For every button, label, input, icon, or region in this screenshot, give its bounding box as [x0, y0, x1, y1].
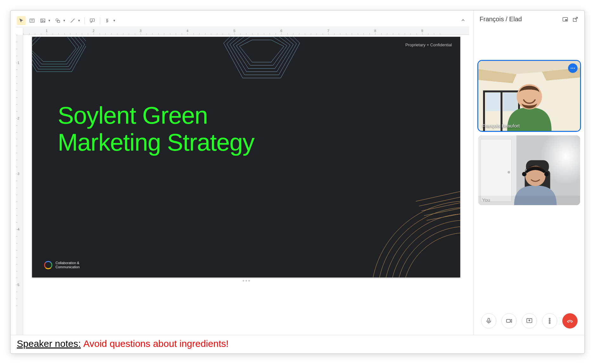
image-tool-button[interactable] [38, 16, 47, 25]
line-tool-button[interactable] [68, 16, 77, 25]
participant-name-1: You [482, 197, 490, 203]
editor-column: ▼ ▼ ▼ ▼ [10, 10, 474, 335]
speaker-notes-label: Speaker notes: [17, 338, 81, 349]
slide-area: Proprietary + Confidential [23, 35, 469, 335]
main-row: ▼ ▼ ▼ ▼ [10, 10, 585, 335]
motion-tool-caret[interactable]: ▼ [113, 19, 116, 22]
svg-point-2 [42, 20, 43, 20]
slide-logo: Collaboration & Communication [44, 261, 80, 269]
shape-tool-caret[interactable]: ▼ [63, 19, 66, 22]
svg-marker-7 [32, 37, 85, 69]
svg-point-40 [522, 172, 526, 176]
svg-marker-12 [227, 37, 297, 75]
camera-button[interactable] [501, 313, 517, 328]
svg-point-31 [574, 68, 575, 69]
svg-rect-43 [506, 319, 510, 322]
comment-tool-button[interactable] [88, 16, 97, 25]
svg-point-46 [549, 320, 550, 322]
svg-point-41 [544, 172, 549, 176]
meet-title: François / Elad [480, 16, 522, 23]
ruler-vertical: 12345 [16, 35, 23, 335]
more-options-button[interactable] [542, 313, 557, 328]
textbox-tool-button[interactable] [28, 16, 36, 25]
meet-header: François / Elad [474, 10, 585, 26]
slide-title-line2: Marketing Strategy [58, 129, 254, 156]
participant-tile-1[interactable]: You [478, 135, 580, 205]
notes-resize-handle[interactable] [239, 280, 253, 283]
mic-button[interactable] [481, 313, 496, 328]
confidential-label: Proprietary + Confidential [405, 42, 452, 47]
svg-point-29 [571, 68, 572, 69]
slide-canvas[interactable]: Proprietary + Confidential [32, 37, 460, 277]
svg-point-47 [549, 322, 550, 324]
toolbar-separator [84, 17, 85, 24]
svg-marker-16 [239, 40, 284, 62]
slide-title: Soylent Green Marketing Strategy [58, 102, 254, 156]
logo-line2: Communication [56, 265, 80, 269]
slide-title-line1: Soylent Green [58, 102, 208, 129]
popout-icon[interactable] [572, 16, 579, 23]
participant-name-0: François Beaufort [482, 123, 520, 128]
meet-body: François Beaufort [474, 61, 585, 308]
collapse-toolbar-button[interactable] [458, 17, 468, 25]
svg-marker-9 [32, 37, 79, 64]
toolbar-separator-2 [100, 17, 100, 24]
svg-marker-13 [230, 37, 293, 72]
app-frame: ▼ ▼ ▼ ▼ [10, 10, 585, 354]
svg-rect-34 [481, 139, 511, 202]
image-tool-caret[interactable]: ▼ [48, 19, 51, 22]
speaker-notes-bar[interactable]: Speaker notes: Avoid questions about ing… [10, 335, 585, 354]
meet-sidebar: François / Elad [474, 10, 585, 335]
logo-line1: Collaboration & [56, 261, 79, 265]
svg-point-3 [56, 19, 58, 21]
decor-top-center [220, 37, 303, 91]
svg-marker-15 [236, 37, 287, 65]
svg-point-30 [572, 68, 573, 69]
svg-rect-26 [486, 93, 500, 111]
shape-tool-button[interactable] [53, 16, 62, 25]
svg-rect-18 [565, 19, 567, 21]
speaker-notes-text: Avoid questions about ingredients! [83, 338, 229, 349]
logo-icon [44, 261, 52, 269]
line-tool-caret[interactable]: ▼ [78, 19, 81, 22]
present-button[interactable] [522, 313, 537, 328]
decor-top-left [32, 37, 86, 97]
participant-tile-0[interactable]: François Beaufort [478, 61, 580, 131]
canvas-wrap: 12345 Proprietary + Confidential [16, 35, 469, 335]
meet-controls [474, 308, 585, 335]
editor-toolbar: ▼ ▼ ▼ ▼ [16, 15, 469, 27]
hangup-button[interactable] [562, 313, 578, 328]
pip-icon[interactable] [562, 16, 569, 23]
svg-marker-10 [32, 37, 76, 62]
motion-tool-button[interactable] [103, 16, 112, 25]
svg-point-45 [549, 318, 550, 320]
ruler-horizontal: 123456789 [16, 28, 469, 35]
logo-text: Collaboration & Communication [56, 261, 80, 269]
select-tool-button[interactable] [17, 16, 26, 25]
decor-bottom-right [352, 182, 460, 277]
svg-rect-42 [488, 318, 490, 322]
participant-more-button[interactable] [568, 63, 578, 73]
